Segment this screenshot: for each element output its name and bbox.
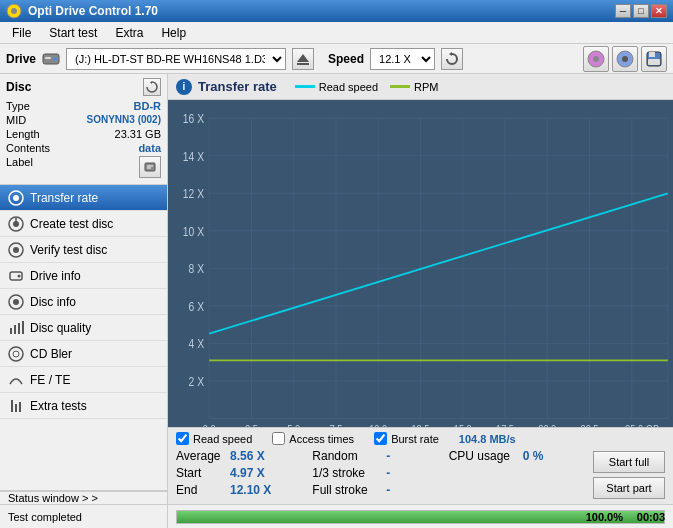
content-area: i Transfer rate Read speed RPM bbox=[168, 74, 673, 504]
cd-bler-icon bbox=[8, 346, 24, 362]
menu-extra[interactable]: Extra bbox=[107, 24, 151, 42]
stat-end-value: 12.10 X bbox=[230, 483, 274, 497]
nav-disc-quality[interactable]: Disc quality bbox=[0, 315, 167, 341]
nav-extra-tests[interactable]: Extra tests bbox=[0, 393, 167, 419]
title-bar: Opti Drive Control 1.70 ─ □ ✕ bbox=[0, 0, 673, 22]
svg-text:2 X: 2 X bbox=[189, 375, 205, 388]
sidebar-bottom: Status window > > bbox=[0, 490, 167, 504]
disc-mid-label: MID bbox=[6, 114, 26, 126]
disc-mid-value: SONYNN3 (002) bbox=[87, 114, 161, 126]
drive-icon bbox=[42, 50, 60, 68]
disc-quality-icon bbox=[8, 320, 24, 336]
stat-average-value: 8.56 X bbox=[230, 449, 274, 463]
svg-point-34 bbox=[9, 347, 23, 361]
stat-stroke-third-row: 1/3 stroke - bbox=[312, 466, 448, 480]
svg-text:12 X: 12 X bbox=[183, 187, 205, 200]
drive-info-icon bbox=[8, 268, 24, 284]
status-window-button[interactable]: Status window > > bbox=[0, 491, 168, 504]
nav-disc-info[interactable]: Disc info bbox=[0, 289, 167, 315]
disc-icon-button[interactable] bbox=[583, 46, 609, 72]
nav-transfer-rate-label: Transfer rate bbox=[30, 191, 98, 205]
svg-text:14 X: 14 X bbox=[183, 150, 205, 163]
legend-rpm-label: RPM bbox=[414, 81, 438, 93]
stat-stroke-full-label: Full stroke bbox=[312, 483, 382, 497]
stat-stroke-full-row: Full stroke - bbox=[312, 483, 448, 497]
nav-drive-info[interactable]: Drive info bbox=[0, 263, 167, 289]
svg-text:22.5: 22.5 bbox=[580, 423, 598, 427]
svg-rect-13 bbox=[649, 52, 655, 57]
start-full-button[interactable]: Start full bbox=[593, 451, 665, 473]
close-button[interactable]: ✕ bbox=[651, 4, 667, 18]
disc-type-value: BD-R bbox=[134, 100, 162, 112]
verify-icon bbox=[8, 242, 24, 258]
read-speed-checkbox-item: Read speed bbox=[176, 432, 252, 445]
start-part-button[interactable]: Start part bbox=[593, 477, 665, 499]
legend-rpm: RPM bbox=[390, 81, 438, 93]
chart-header: i Transfer rate Read speed RPM bbox=[168, 74, 673, 100]
stats-left: Average 8.56 X Start 4.97 X End 12.10 X bbox=[176, 449, 312, 500]
nav-extra-tests-label: Extra tests bbox=[30, 399, 87, 413]
menu-bar: File Start test Extra Help bbox=[0, 22, 673, 44]
menu-start-test[interactable]: Start test bbox=[41, 24, 105, 42]
access-times-checkbox[interactable] bbox=[272, 432, 285, 445]
eject-button[interactable] bbox=[292, 48, 314, 70]
svg-rect-33 bbox=[22, 321, 24, 334]
svg-rect-30 bbox=[10, 328, 12, 334]
read-icon-button[interactable] bbox=[612, 46, 638, 72]
svg-point-11 bbox=[622, 56, 628, 62]
stat-cpu-row: CPU usage 0 % bbox=[449, 449, 585, 463]
drive-select[interactable]: (J:) HL-DT-ST BD-RE WH16NS48 1.D3 bbox=[66, 48, 286, 70]
svg-text:4 X: 4 X bbox=[189, 338, 205, 351]
burst-rate-checkbox[interactable] bbox=[374, 432, 387, 445]
menu-help[interactable]: Help bbox=[153, 24, 194, 42]
burst-rate-value: 104.8 MB/s bbox=[459, 433, 516, 445]
nav-fe-te[interactable]: FE / TE bbox=[0, 367, 167, 393]
stats-right: CPU usage 0 % bbox=[449, 449, 585, 500]
extra-tests-icon bbox=[8, 398, 24, 414]
minimize-button[interactable]: ─ bbox=[615, 4, 631, 18]
svg-point-25 bbox=[13, 247, 19, 253]
toolbar-icons bbox=[583, 46, 667, 72]
menu-file[interactable]: File bbox=[4, 24, 39, 42]
drive-bar: Drive (J:) HL-DT-ST BD-RE WH16NS48 1.D3 … bbox=[0, 44, 673, 74]
svg-marker-7 bbox=[449, 52, 452, 56]
stats-section: Average 8.56 X Start 4.97 X End 12.10 X bbox=[176, 449, 665, 500]
nav-create-test-disc[interactable]: Create test disc bbox=[0, 211, 167, 237]
stat-start-label: Start bbox=[176, 466, 226, 480]
disc-label-button[interactable] bbox=[139, 156, 161, 178]
nav-verify-label: Verify test disc bbox=[30, 243, 107, 257]
speed-select[interactable]: 12.1 X ▼ bbox=[370, 48, 435, 70]
save-icon-button[interactable] bbox=[641, 46, 667, 72]
chart-controls: Read speed Access times Burst rate 104.8… bbox=[168, 427, 673, 504]
disc-refresh-button[interactable] bbox=[143, 78, 161, 96]
legend-read-speed-color bbox=[295, 85, 315, 88]
nav-verify-test-disc[interactable]: Verify test disc bbox=[0, 237, 167, 263]
nav-fe-te-label: FE / TE bbox=[30, 373, 70, 387]
disc-contents-label: Contents bbox=[6, 142, 50, 154]
svg-point-9 bbox=[593, 56, 599, 62]
nav-cd-bler[interactable]: CD Bler bbox=[0, 341, 167, 367]
main-layout: Disc Type BD-R MID SONYNN3 (002) Length … bbox=[0, 74, 673, 504]
svg-rect-31 bbox=[14, 325, 16, 334]
svg-rect-38 bbox=[19, 402, 21, 412]
disc-type-label: Type bbox=[6, 100, 30, 112]
fe-te-icon bbox=[8, 372, 24, 388]
burst-rate-checkbox-item: Burst rate bbox=[374, 432, 439, 445]
nav-transfer-rate[interactable]: Transfer rate bbox=[0, 185, 167, 211]
stats-middle: Random - 1/3 stroke - Full stroke - bbox=[312, 449, 448, 500]
stat-random-value: - bbox=[386, 449, 390, 463]
title-controls: ─ □ ✕ bbox=[615, 4, 667, 18]
read-speed-checkbox[interactable] bbox=[176, 432, 189, 445]
refresh-speed-button[interactable] bbox=[441, 48, 463, 70]
read-speed-checkbox-label: Read speed bbox=[193, 433, 252, 445]
transfer-rate-icon bbox=[8, 190, 24, 206]
svg-marker-5 bbox=[297, 54, 309, 62]
svg-rect-4 bbox=[45, 57, 51, 59]
svg-text:6 X: 6 X bbox=[189, 300, 205, 313]
chart-title-icon: i bbox=[176, 79, 192, 95]
nav-create-label: Create test disc bbox=[30, 217, 113, 231]
maximize-button[interactable]: □ bbox=[633, 4, 649, 18]
disc-length-value: 23.31 GB bbox=[115, 128, 161, 140]
nav-disc-info-label: Disc info bbox=[30, 295, 76, 309]
disc-length-label: Length bbox=[6, 128, 40, 140]
